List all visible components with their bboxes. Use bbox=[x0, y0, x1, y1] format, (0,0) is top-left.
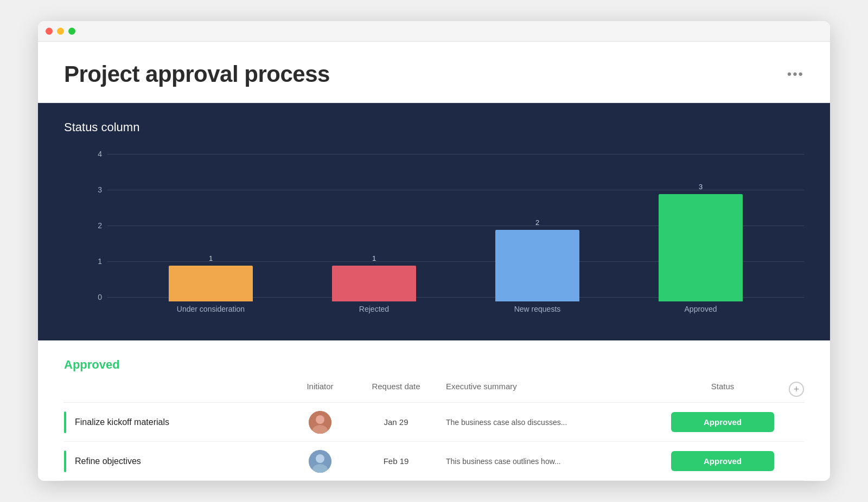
col-request-date: Request date bbox=[353, 382, 439, 397]
status-badge-2[interactable]: Approved bbox=[671, 451, 774, 471]
table-header: Initiator Request date Executive summary… bbox=[64, 382, 804, 403]
col-executive-summary: Executive summary bbox=[439, 382, 663, 397]
date-1: Jan 29 bbox=[353, 411, 439, 433]
svg-point-1 bbox=[316, 415, 324, 424]
bar-rejected[interactable]: 1 bbox=[332, 254, 416, 301]
x-label-under-consideration: Under consideration bbox=[169, 305, 253, 313]
col-initiator: Initiator bbox=[288, 382, 353, 397]
bar-rect-new-requests bbox=[495, 230, 579, 301]
bar-rect-under-consideration bbox=[169, 266, 253, 301]
summary-1: The business case also discusses... bbox=[439, 411, 663, 433]
col-add: + bbox=[782, 382, 804, 397]
table-section: Approved Initiator Request date Executiv… bbox=[38, 340, 830, 481]
x-label-new-requests: New requests bbox=[495, 305, 579, 313]
status-cell-2: Approved bbox=[663, 445, 782, 478]
bar-rect-rejected bbox=[332, 266, 416, 301]
close-button[interactable] bbox=[46, 28, 53, 35]
page-header: Project approval process ••• bbox=[38, 42, 830, 103]
approved-section-title: Approved bbox=[64, 358, 804, 372]
bar-value-rejected: 1 bbox=[372, 254, 376, 262]
y-label-3: 3 bbox=[86, 185, 102, 194]
task-indicator-2 bbox=[64, 450, 66, 472]
status-badge-1[interactable]: Approved bbox=[671, 412, 774, 432]
svg-point-4 bbox=[316, 454, 324, 463]
x-axis: Under consideration Rejected New request… bbox=[107, 301, 804, 323]
bars-container: 1 1 2 3 bbox=[107, 150, 804, 301]
titlebar bbox=[38, 21, 830, 42]
avatar-2 bbox=[309, 450, 331, 473]
row-action-2 bbox=[782, 455, 804, 468]
date-2: Feb 19 bbox=[353, 450, 439, 472]
bar-new-requests[interactable]: 2 bbox=[495, 218, 579, 301]
bar-value-approved: 3 bbox=[699, 183, 703, 191]
bar-rect-approved bbox=[659, 194, 743, 301]
x-label-approved: Approved bbox=[659, 305, 743, 313]
avatar-image-1 bbox=[309, 411, 331, 434]
col-status: Status bbox=[663, 382, 782, 397]
x-label-rejected: Rejected bbox=[332, 305, 416, 313]
table-row: Finalize kickoff materials Jan 29 The bu… bbox=[64, 403, 804, 442]
y-label-2: 2 bbox=[86, 221, 102, 230]
task-indicator-1 bbox=[64, 411, 66, 433]
task-name-1: Finalize kickoff materials bbox=[64, 411, 288, 434]
col-task bbox=[64, 382, 288, 397]
app-window: Project approval process ••• Status colu… bbox=[38, 21, 830, 481]
bar-value-under-consideration: 1 bbox=[209, 254, 213, 262]
add-column-button[interactable]: + bbox=[789, 382, 804, 397]
y-label-1: 1 bbox=[86, 257, 102, 266]
bar-value-new-requests: 2 bbox=[535, 218, 539, 227]
chart-area: 4 3 2 1 0 bbox=[64, 150, 804, 323]
maximize-button[interactable] bbox=[68, 28, 75, 35]
initiator-2 bbox=[288, 443, 353, 479]
chart-title: Status column bbox=[64, 120, 804, 134]
chart-section: Status column 4 3 2 1 bbox=[38, 103, 830, 340]
minimize-button[interactable] bbox=[57, 28, 64, 35]
y-label-0: 0 bbox=[86, 293, 102, 301]
avatar-1 bbox=[309, 411, 331, 434]
task-name-2: Refine objectives bbox=[64, 450, 288, 473]
row-action-1 bbox=[782, 416, 804, 429]
y-label-4: 4 bbox=[86, 150, 102, 158]
initiator-1 bbox=[288, 404, 353, 440]
avatar-image-2 bbox=[309, 450, 331, 473]
more-options-button[interactable]: ••• bbox=[787, 67, 804, 82]
table-wrapper: Initiator Request date Executive summary… bbox=[64, 382, 804, 481]
table-row: Refine objectives Feb 19 This business c… bbox=[64, 442, 804, 481]
status-cell-1: Approved bbox=[663, 406, 782, 439]
bar-approved[interactable]: 3 bbox=[659, 183, 743, 301]
summary-2: This business case outlines how... bbox=[439, 450, 663, 472]
bar-under-consideration[interactable]: 1 bbox=[169, 254, 253, 301]
page-title: Project approval process bbox=[64, 61, 330, 87]
